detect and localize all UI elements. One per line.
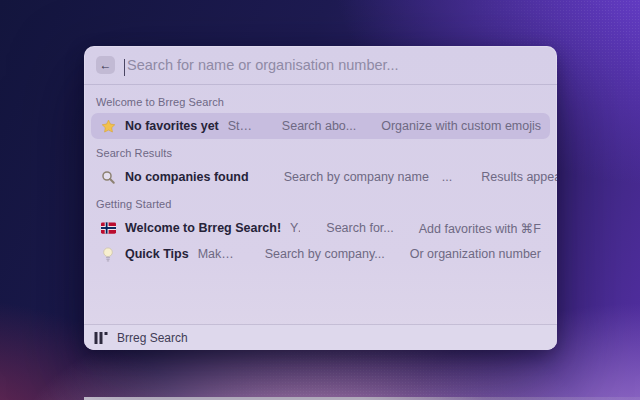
item-accessory: Or organization number <box>410 247 541 261</box>
list-item-no-favorites[interactable]: No favorites yet Start building your col… <box>91 113 550 139</box>
item-subtitle: Start building your collection of compan… <box>228 119 256 133</box>
lightbulb-icon <box>100 246 116 262</box>
list-item-no-companies[interactable]: No companies found Try adjusting your se… <box>91 164 550 190</box>
launcher-window: ← Welcome to Brreg Search No favorites y… <box>84 46 557 350</box>
search-input[interactable] <box>124 57 545 73</box>
footer-bar: Brreg Search <box>84 325 557 350</box>
item-title: Welcome to Brreg Search! <box>125 221 281 235</box>
item-title: No companies found <box>125 170 249 184</box>
search-bar: ← <box>84 46 557 84</box>
list-item-welcome[interactable]: Welcome to Brreg Search! Your gateway to… <box>91 215 550 241</box>
norway-flag-icon <box>100 220 116 236</box>
list-item-quick-tips[interactable]: Quick Tips Make the most of your search … <box>91 241 550 267</box>
item-title: No favorites yet <box>125 119 219 133</box>
item-detail: Search by company... <box>265 247 385 261</box>
section-header-getting-started: Getting Started <box>96 198 545 210</box>
item-subtitle: Your gateway to Norwegian busines... <box>290 221 300 235</box>
item-accessory: Organize with custom emojis <box>381 119 541 133</box>
footer-app-name: Brreg Search <box>117 331 188 345</box>
search-field-wrap <box>124 57 545 73</box>
results-list: Welcome to Brreg Search No favorites yet… <box>84 85 557 324</box>
text-caret <box>124 59 125 76</box>
item-accessory: Results appear here <box>481 170 557 184</box>
star-icon <box>100 118 116 134</box>
section-header-welcome: Welcome to Brreg Search <box>96 96 545 108</box>
item-accessory: Add favorites with ⌘F <box>419 221 541 236</box>
section-header-search-results: Search Results <box>96 147 545 159</box>
item-subtitle: Make the most of your search experience <box>198 247 239 261</box>
item-title: Quick Tips <box>125 247 189 261</box>
item-detail-ellipsis: ... <box>442 170 452 184</box>
magnifier-icon <box>100 169 116 185</box>
footer: Brreg Search <box>84 324 557 350</box>
item-detail: Search abo... <box>282 119 356 133</box>
brreg-logo-icon <box>94 331 108 345</box>
item-detail: Search for... <box>326 221 393 235</box>
item-detail: Search by company name <box>284 170 429 184</box>
back-arrow-icon: ← <box>100 59 112 71</box>
back-button[interactable]: ← <box>96 56 115 74</box>
